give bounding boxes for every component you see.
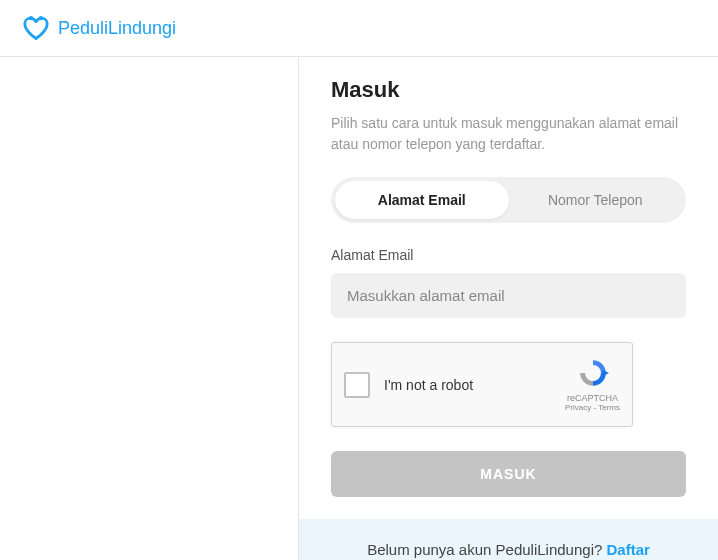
recaptcha-label: I'm not a robot xyxy=(384,377,565,393)
signup-text: Belum punya akun PeduliLindungi? xyxy=(367,541,606,558)
email-label: Alamat Email xyxy=(331,247,686,263)
pedulilindungi-icon xyxy=(22,14,50,42)
recaptcha-links[interactable]: Privacy - Terms xyxy=(565,403,620,412)
page-title: Masuk xyxy=(331,77,686,103)
recaptcha-checkbox[interactable] xyxy=(344,372,370,398)
recaptcha-name: reCAPTCHA xyxy=(565,393,620,403)
tab-email[interactable]: Alamat Email xyxy=(335,181,509,219)
login-method-tabs: Alamat Email Nomor Telepon xyxy=(331,177,686,223)
login-panel: Masuk Pilih satu cara untuk masuk menggu… xyxy=(298,57,718,560)
brand-name: PeduliLindungi xyxy=(58,18,176,39)
main: Masuk Pilih satu cara untuk masuk menggu… xyxy=(0,57,718,560)
tab-phone[interactable]: Nomor Telepon xyxy=(509,181,683,219)
recaptcha-widget: I'm not a robot reCAPTCHA Privacy - Term… xyxy=(331,342,633,427)
signup-link[interactable]: Daftar xyxy=(606,541,649,558)
header: PeduliLindungi xyxy=(0,0,718,57)
page-subtitle: Pilih satu cara untuk masuk menggunakan … xyxy=(331,113,686,155)
email-input[interactable] xyxy=(331,273,686,318)
svg-marker-2 xyxy=(602,370,608,376)
recaptcha-icon xyxy=(577,357,609,389)
login-form: Masuk Pilih satu cara untuk masuk menggu… xyxy=(299,57,718,519)
recaptcha-branding: reCAPTCHA Privacy - Terms xyxy=(565,357,620,412)
brand-logo[interactable]: PeduliLindungi xyxy=(22,14,176,42)
left-spacer xyxy=(0,57,298,560)
login-button[interactable]: MASUK xyxy=(331,451,686,497)
signup-footer: Belum punya akun PeduliLindungi? Daftar xyxy=(299,519,718,560)
